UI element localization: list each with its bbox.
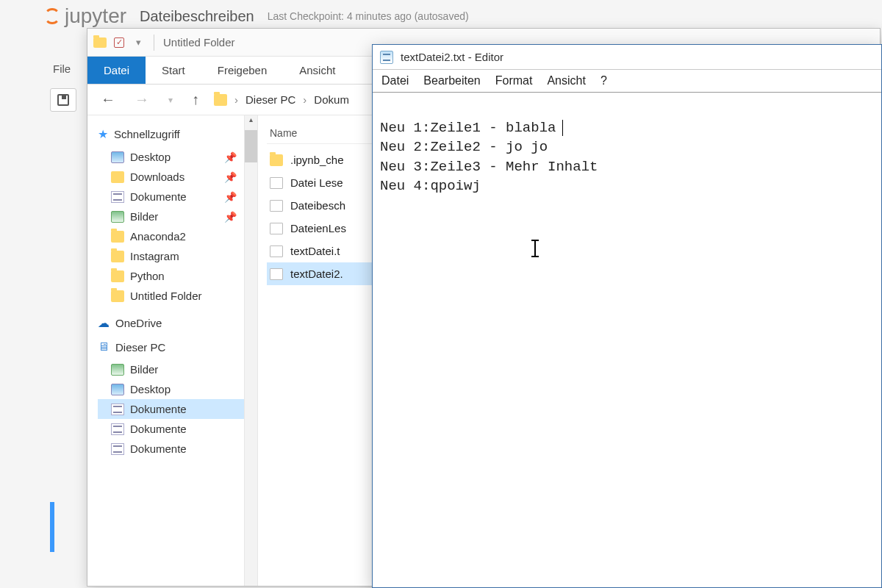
file-icon [270,268,283,280]
nav-up-icon[interactable]: ↑ [187,91,204,108]
jupyter-menu-file[interactable]: File [53,62,71,75]
breadcrumb[interactable]: › Dieser PC › Dokum [214,93,349,106]
tree-item[interactable]: Desktop📌 [98,147,254,167]
tree-item-label: Instagram [130,250,179,262]
notepad-menu-datei[interactable]: Datei [381,74,409,87]
quick-access-label: Schnellzugriff [114,128,180,140]
file-name: textDatei2. [290,268,343,280]
ribbon-tab-start[interactable]: Start [146,57,201,84]
qat-separator [154,35,154,51]
tree-quick-access[interactable]: ★ Schnellzugriff [98,127,254,141]
file-icon [270,200,283,212]
file-name: DateienLes [290,222,346,234]
folder-doc-icon [111,404,124,415]
notepad-menu-format[interactable]: Format [495,74,533,87]
cloud-icon: ☁ [98,316,110,330]
explorer-window-title: Untitled Folder [163,36,235,49]
jupyter-doc-title[interactable]: Dateibeschreiben [140,8,254,25]
folder-icon [111,290,124,302]
jupyter-checkpoint: Last Checkpoint: 4 minutes ago (autosave… [268,10,469,22]
notepad-menubar: Datei Bearbeiten Format Ansicht ? [373,70,881,93]
tree-item[interactable]: Dokumente📌 [98,187,254,207]
tree-onedrive[interactable]: ☁ OneDrive [98,316,254,330]
file-name: .ipynb_che [290,154,344,166]
tree-item-label: Dokumente [130,190,187,203]
tree-item[interactable]: Dokumente [98,419,254,439]
desktop-icon [111,384,124,395]
tree-item[interactable]: Untitled Folder [98,286,254,306]
tree-item-label: Dokumente [130,423,187,435]
breadcrumb-root[interactable]: Dieser PC [245,93,295,106]
tree-item-label: Bilder [130,210,158,223]
jupyter-cell-indicator [50,502,54,552]
notepad-title: textDatei2.txt - Editor [401,51,503,63]
jupyter-menubar: File [53,62,71,75]
star-icon: ★ [98,127,108,141]
onedrive-label: OneDrive [115,317,162,329]
pics-icon [111,211,124,223]
file-icon [270,245,283,257]
qat-properties-icon[interactable]: ✓ [114,37,124,48]
folder-icon [270,154,283,166]
jupyter-logo-text: jupyter [65,4,126,28]
folder-doc-icon [111,443,124,455]
pics-icon [111,364,124,376]
nav-back-icon[interactable]: ← [96,91,120,108]
tree-item-label: Downloads [130,171,184,183]
ribbon-tab-freigeben[interactable]: Freigeben [201,57,284,84]
tree-item[interactable]: Instagram [98,246,254,266]
notepad-window: textDatei2.txt - Editor Datei Bearbeiten… [372,44,882,588]
tree-item-label: Dokumente [130,403,187,415]
tree-item-label: Bilder [130,363,158,376]
tree-item-label: Untitled Folder [130,290,202,302]
notepad-menu-bearbeiten[interactable]: Bearbeiten [423,74,480,87]
breadcrumb-folder-icon [214,94,227,106]
tree-item[interactable]: Downloads📌 [98,167,254,187]
ribbon-tab-datei[interactable]: Datei [87,57,146,84]
chevron-right-icon: › [234,93,238,106]
file-name: Datei Lese [290,176,343,189]
tree-item[interactable]: Dokumente [98,439,254,459]
file-icon [270,223,283,234]
file-icon [270,177,283,189]
tree-item[interactable]: Python [98,266,254,286]
chevron-right-icon: › [303,93,306,106]
nav-dropdown-icon[interactable]: ▾ [164,95,177,105]
tree-item[interactable]: Desktop [98,379,254,399]
ibeam-cursor-icon [534,240,536,257]
notepad-text-area[interactable]: Neu 1:Zeile1 - blabla Neu 2:Zeile2 - jo … [373,93,881,584]
breadcrumb-folder[interactable]: Dokum [314,93,349,106]
pin-icon: 📌 [224,191,237,203]
ribbon-tab-ansicht[interactable]: Ansicht [283,57,351,84]
explorer-nav-tree: ★ Schnellzugriff Desktop📌Downloads📌Dokum… [87,115,258,586]
tree-item[interactable]: Dokumente [98,399,254,419]
tree-item-label: Desktop [130,151,171,163]
downloads-icon [111,171,124,183]
tree-item[interactable]: Anaconda2 [98,226,254,246]
jupyter-save-button[interactable] [50,88,76,112]
notepad-app-icon [380,51,393,64]
pin-icon: 📌 [224,171,237,183]
scroll-thumb[interactable] [245,130,257,162]
scroll-up-icon[interactable]: ▴ [245,115,257,127]
folder-doc-icon [111,191,124,203]
notepad-menu-help[interactable]: ? [600,74,607,87]
tree-item[interactable]: Bilder [98,359,254,379]
tree-item-label: Python [130,270,165,282]
tree-this-pc[interactable]: 🖥 Dieser PC [98,340,254,354]
tree-item[interactable]: Bilder📌 [98,207,254,226]
text-caret-icon [562,120,563,136]
qat-folder-icon[interactable] [93,36,107,49]
notepad-menu-ansicht[interactable]: Ansicht [547,74,585,87]
tree-item-label: Anaconda2 [130,230,186,243]
tree-item-label: Desktop [130,383,171,395]
folder-icon [111,231,124,243]
nav-forward-icon[interactable]: → [130,91,154,108]
notepad-titlebar[interactable]: textDatei2.txt - Editor [373,45,881,70]
save-icon [57,94,69,106]
tree-scrollbar[interactable]: ▴ [244,115,257,586]
file-name: Dateibesch [290,199,345,212]
jupyter-logo-icon [44,8,60,24]
qat-dropdown-icon[interactable]: ▾ [132,36,145,49]
folder-icon [111,251,124,262]
